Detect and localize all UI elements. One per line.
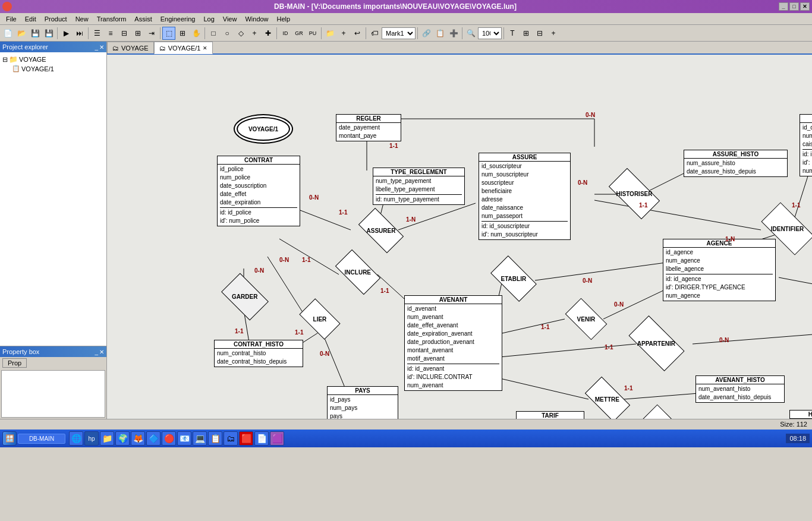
prop-minimize-button[interactable]: _: [95, 349, 98, 355]
panel-minimize-button[interactable]: _: [95, 44, 98, 50]
menu-new[interactable]: New: [72, 15, 92, 23]
er-entity-contrat[interactable]: CONTRAT id_police num_police date_souscr…: [217, 156, 300, 226]
er-entity-regler[interactable]: REGLER date_payement montant_paye: [336, 114, 401, 141]
er-entity-historique-tarif[interactable]: HISTORIQUE_TARIF num_tarif_histo date_hi…: [789, 410, 812, 419]
er-relation-venir[interactable]: VENIR: [565, 298, 608, 340]
er-relation-inclure[interactable]: INCLURE: [335, 250, 380, 295]
font-button[interactable]: T: [506, 27, 519, 40]
start-button[interactable]: 🪟: [2, 431, 17, 446]
select-button[interactable]: ⬚: [162, 27, 175, 40]
tab-voyage1-close[interactable]: ✕: [203, 45, 207, 51]
cross-button[interactable]: ✚: [262, 27, 275, 40]
menu-view[interactable]: View: [219, 15, 241, 23]
prop-button[interactable]: Prop: [2, 358, 27, 368]
list2-button[interactable]: ≡: [104, 27, 117, 40]
layout-button[interactable]: ⊞: [176, 27, 189, 40]
er-relation-historiser[interactable]: HISTORISER: [609, 168, 660, 219]
plus-button[interactable]: +: [248, 27, 261, 40]
er-entity-tarif[interactable]: TARIF id_tarif num_tarif montant_tarif i…: [516, 411, 584, 419]
ellipse-button[interactable]: ○: [221, 27, 234, 40]
er-relation-mettre[interactable]: METTRE: [585, 377, 630, 419]
grid-button[interactable]: ⊟: [533, 27, 546, 40]
menu-engineering[interactable]: Engineering: [157, 15, 199, 23]
zoom-out-button[interactable]: 🔍: [464, 27, 477, 40]
open-button[interactable]: 📂: [15, 27, 28, 40]
save-all-button[interactable]: 💾: [42, 27, 55, 40]
menu-assist[interactable]: Assist: [131, 15, 155, 23]
taskbar-app6-icon[interactable]: 🔷: [146, 431, 160, 446]
save-button[interactable]: 💾: [29, 27, 42, 40]
tree-child-label[interactable]: VOYAGE/1: [21, 65, 54, 72]
er-entity-assure-histo[interactable]: ASSURE_HISTO num_assure_histo date_assur…: [684, 150, 788, 177]
bookmark-button[interactable]: +: [337, 27, 350, 40]
menu-product[interactable]: Product: [41, 15, 71, 23]
menu-edit[interactable]: Edit: [21, 15, 40, 23]
er-relation-assurer[interactable]: ASSURER: [358, 208, 404, 253]
gr-button[interactable]: GR: [292, 27, 306, 40]
diamond-button[interactable]: ◇: [234, 27, 247, 40]
er-entity-agence[interactable]: AGENCE id_agence num_agence libelle_agen…: [663, 239, 776, 301]
taskbar-app7-icon[interactable]: 🔴: [162, 431, 176, 446]
er-entity-caisse[interactable]: CAISSE id_caisse num_caisse caissiere id…: [800, 114, 812, 176]
add-button[interactable]: ➕: [447, 27, 460, 40]
taskbar-app12-icon[interactable]: 🟥: [239, 431, 253, 446]
menu-window[interactable]: Window: [241, 15, 272, 23]
id-button[interactable]: ID: [279, 27, 292, 40]
plus2-button[interactable]: +: [547, 27, 560, 40]
hand-button[interactable]: ✋: [190, 27, 203, 40]
taskbar-firefox-icon[interactable]: 🦊: [131, 431, 145, 446]
tree-root-label[interactable]: VOYAGE: [19, 56, 46, 63]
play-next-button[interactable]: ⏭: [73, 27, 86, 40]
taskbar-ie-icon[interactable]: 🌐: [69, 431, 83, 446]
menu-help[interactable]: Help: [273, 15, 294, 23]
folder-button[interactable]: 📁: [323, 27, 336, 40]
panel-close-button[interactable]: ✕: [99, 44, 104, 50]
back-button[interactable]: ↩: [351, 27, 364, 40]
taskbar-app13-icon[interactable]: 📄: [254, 431, 269, 446]
copy-button[interactable]: 📋: [433, 27, 446, 40]
close-button[interactable]: ✕: [800, 2, 810, 11]
taskbar-app9-icon[interactable]: 💻: [193, 431, 207, 446]
er-relation-appartenir[interactable]: APPARTENIR: [628, 315, 684, 371]
minimize-button[interactable]: _: [779, 2, 788, 11]
tab-voyage[interactable]: 🗂 VOYAGE: [107, 42, 154, 53]
list4-button[interactable]: ⊞: [131, 27, 144, 40]
zoom-select[interactable]: 100: [478, 27, 502, 39]
play-button[interactable]: ▶: [59, 27, 73, 40]
er-entity-avenant[interactable]: AVENANT id_avenant num_avenant date_effe…: [404, 295, 502, 391]
taskbar-mail-icon[interactable]: 📧: [177, 431, 191, 446]
taskbar-app3-icon[interactable]: 📁: [100, 431, 114, 446]
rect-button[interactable]: □: [207, 27, 220, 40]
prop-close-button[interactable]: ✕: [99, 349, 104, 355]
indent-button[interactable]: ⇥: [145, 27, 158, 40]
tab-voyage1[interactable]: 🗂 VOYAGE/1 ✕: [154, 42, 213, 54]
list-button[interactable]: ☰: [90, 27, 103, 40]
er-diagram-canvas[interactable]: VOYAGE/1 REGLER date_payement montant_pa…: [107, 55, 812, 419]
taskbar-hp-icon[interactable]: hp: [84, 431, 99, 446]
er-entity-assure[interactable]: ASSURE id_souscripteur num_souscripteur …: [479, 153, 571, 240]
maximize-button[interactable]: □: [789, 2, 799, 11]
taskbar-dbmain2-icon[interactable]: 🟪: [270, 431, 284, 446]
taskbar-app10-icon[interactable]: 📋: [208, 431, 222, 446]
er-entity-pays[interactable]: PAYS id_pays num_pays pays id: id_pays i…: [327, 386, 398, 419]
er-entity-contrat-histo[interactable]: CONTRAT_HISTO num_contrat_histo date_con…: [214, 340, 303, 367]
tag-button[interactable]: 🏷: [368, 27, 381, 40]
taskbar-app-dbmain[interactable]: DB-MAIN: [18, 434, 65, 444]
er-relation-garder[interactable]: GARDER: [221, 273, 269, 321]
er-entity-type-reglement[interactable]: TYPE_REGLEMENT num_type_payement libelle…: [373, 168, 465, 205]
tree-root-voyage[interactable]: ⊟ 📁 VOYAGE: [2, 55, 104, 64]
menu-transform[interactable]: Transform: [93, 15, 130, 23]
er-relation-conserver[interactable]: CONSERVER: [638, 405, 693, 419]
er-relation-lier[interactable]: LIER: [299, 298, 340, 339]
er-entity-avenant-histo[interactable]: AVENANT_HISTO num_avenant_histo date_ave…: [695, 375, 785, 403]
menu-file[interactable]: File: [2, 15, 20, 23]
align-button[interactable]: ⊞: [520, 27, 533, 40]
link-button[interactable]: 🔗: [420, 27, 433, 40]
pu-button[interactable]: PU: [306, 27, 319, 40]
taskbar-app4-icon[interactable]: 🌍: [115, 431, 130, 446]
tree-child-voyage1[interactable]: 📋 VOYAGE/1: [12, 64, 104, 73]
list3-button[interactable]: ⊟: [118, 27, 131, 40]
taskbar-app11-icon[interactable]: 🗂: [224, 431, 238, 446]
menu-log[interactable]: Log: [200, 15, 218, 23]
mark-select[interactable]: Mark1: [382, 27, 416, 39]
